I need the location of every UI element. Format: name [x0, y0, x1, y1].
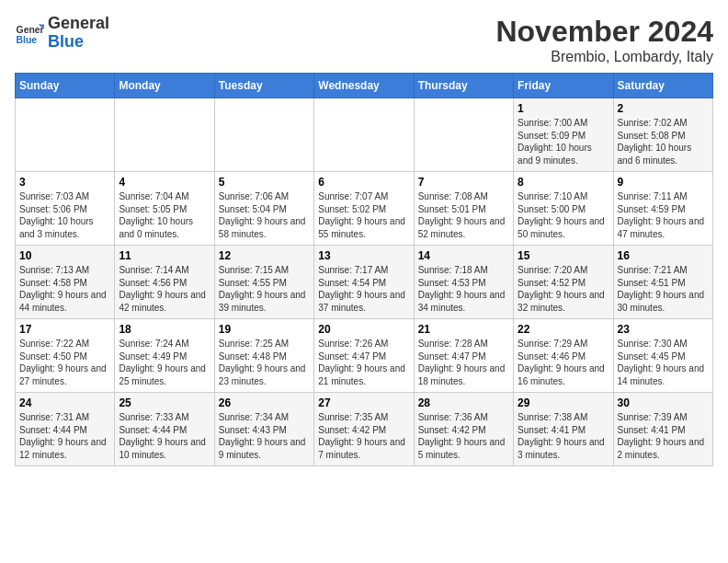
day-number: 9 — [618, 176, 709, 189]
day-info: Sunrise: 7:39 AM Sunset: 4:41 PM Dayligh… — [618, 411, 709, 461]
calendar-cell: 8Sunrise: 7:10 AM Sunset: 5:00 PM Daylig… — [514, 172, 613, 246]
day-info: Sunrise: 7:25 AM Sunset: 4:48 PM Dayligh… — [219, 338, 310, 387]
calendar-cell: 24Sunrise: 7:31 AM Sunset: 4:44 PM Dayli… — [16, 393, 115, 466]
calendar-cell: 27Sunrise: 7:35 AM Sunset: 4:42 PM Dayli… — [314, 393, 414, 466]
calendar-cell: 13Sunrise: 7:17 AM Sunset: 4:54 PM Dayli… — [314, 246, 414, 319]
calendar-cell: 15Sunrise: 7:20 AM Sunset: 4:52 PM Dayli… — [514, 246, 613, 319]
month-title: November 2024 — [495, 15, 713, 49]
calendar-cell: 4Sunrise: 7:04 AM Sunset: 5:05 PM Daylig… — [115, 172, 214, 246]
day-number: 6 — [318, 176, 409, 189]
svg-text:General: General — [17, 25, 44, 35]
day-info: Sunrise: 7:03 AM Sunset: 5:06 PM Dayligh… — [19, 190, 110, 240]
day-number: 1 — [518, 102, 609, 115]
day-info: Sunrise: 7:28 AM Sunset: 4:47 PM Dayligh… — [418, 338, 509, 387]
logo-icon: General Blue — [15, 18, 44, 48]
day-info: Sunrise: 7:33 AM Sunset: 4:44 PM Dayligh… — [119, 411, 210, 461]
weekday-header-wednesday: Wednesday — [314, 74, 414, 98]
day-number: 4 — [119, 176, 210, 189]
day-number: 13 — [318, 249, 409, 262]
day-number: 27 — [318, 396, 409, 409]
weekday-header-tuesday: Tuesday — [214, 74, 313, 98]
day-number: 10 — [19, 249, 110, 262]
day-number: 7 — [418, 176, 509, 189]
day-info: Sunrise: 7:00 AM Sunset: 5:09 PM Dayligh… — [518, 117, 609, 167]
day-info: Sunrise: 7:35 AM Sunset: 4:42 PM Dayligh… — [318, 411, 409, 461]
calendar-cell: 11Sunrise: 7:14 AM Sunset: 4:56 PM Dayli… — [115, 246, 214, 319]
calendar-cell: 10Sunrise: 7:13 AM Sunset: 4:58 PM Dayli… — [16, 246, 115, 319]
day-info: Sunrise: 7:18 AM Sunset: 4:53 PM Dayligh… — [418, 264, 509, 314]
day-info: Sunrise: 7:13 AM Sunset: 4:58 PM Dayligh… — [19, 264, 110, 314]
calendar-cell: 22Sunrise: 7:29 AM Sunset: 4:46 PM Dayli… — [514, 319, 613, 393]
weekday-header-friday: Friday — [514, 74, 613, 98]
day-number: 29 — [518, 396, 609, 409]
calendar-week-row: 10Sunrise: 7:13 AM Sunset: 4:58 PM Dayli… — [16, 246, 713, 319]
calendar-week-row: 3Sunrise: 7:03 AM Sunset: 5:06 PM Daylig… — [16, 172, 713, 246]
calendar-cell: 16Sunrise: 7:21 AM Sunset: 4:51 PM Dayli… — [613, 246, 712, 319]
day-number: 11 — [119, 249, 210, 262]
day-number: 3 — [19, 176, 110, 189]
day-info: Sunrise: 7:20 AM Sunset: 4:52 PM Dayligh… — [518, 264, 609, 314]
day-info: Sunrise: 7:10 AM Sunset: 5:00 PM Dayligh… — [518, 190, 609, 240]
day-info: Sunrise: 7:02 AM Sunset: 5:08 PM Dayligh… — [618, 117, 709, 167]
calendar-cell: 7Sunrise: 7:08 AM Sunset: 5:01 PM Daylig… — [414, 172, 513, 246]
day-info: Sunrise: 7:06 AM Sunset: 5:04 PM Dayligh… — [219, 190, 310, 240]
calendar-cell — [16, 98, 115, 172]
calendar-cell — [115, 98, 214, 172]
calendar-cell: 9Sunrise: 7:11 AM Sunset: 4:59 PM Daylig… — [613, 172, 712, 246]
calendar-cell: 28Sunrise: 7:36 AM Sunset: 4:42 PM Dayli… — [414, 393, 513, 466]
day-number: 17 — [19, 323, 110, 336]
calendar-cell — [214, 98, 313, 172]
weekday-header-sunday: Sunday — [16, 74, 115, 98]
day-info: Sunrise: 7:07 AM Sunset: 5:02 PM Dayligh… — [318, 190, 409, 240]
day-number: 12 — [219, 249, 310, 262]
calendar-cell: 18Sunrise: 7:24 AM Sunset: 4:49 PM Dayli… — [115, 319, 214, 393]
calendar-cell: 5Sunrise: 7:06 AM Sunset: 5:04 PM Daylig… — [214, 172, 313, 246]
day-number: 22 — [518, 323, 609, 336]
day-info: Sunrise: 7:36 AM Sunset: 4:42 PM Dayligh… — [418, 411, 509, 461]
day-number: 24 — [19, 396, 110, 409]
day-info: Sunrise: 7:30 AM Sunset: 4:45 PM Dayligh… — [618, 338, 709, 387]
weekday-header-monday: Monday — [115, 74, 214, 98]
title-area: November 2024 Brembio, Lombardy, Italy — [495, 15, 713, 65]
calendar-week-row: 24Sunrise: 7:31 AM Sunset: 4:44 PM Dayli… — [16, 393, 713, 466]
calendar-cell: 14Sunrise: 7:18 AM Sunset: 4:53 PM Dayli… — [414, 246, 513, 319]
calendar-cell: 2Sunrise: 7:02 AM Sunset: 5:08 PM Daylig… — [613, 98, 712, 172]
calendar-cell: 26Sunrise: 7:34 AM Sunset: 4:43 PM Dayli… — [214, 393, 313, 466]
day-info: Sunrise: 7:31 AM Sunset: 4:44 PM Dayligh… — [19, 411, 110, 461]
header: General Blue General Blue November 2024 … — [15, 15, 713, 65]
calendar-cell — [414, 98, 513, 172]
calendar-table: SundayMondayTuesdayWednesdayThursdayFrid… — [15, 73, 713, 466]
day-number: 16 — [618, 249, 709, 262]
weekday-header-thursday: Thursday — [414, 74, 513, 98]
logo-text: General Blue — [48, 15, 109, 52]
calendar-cell — [314, 98, 414, 172]
calendar-cell: 19Sunrise: 7:25 AM Sunset: 4:48 PM Dayli… — [214, 319, 313, 393]
logo: General Blue General Blue — [15, 15, 109, 52]
calendar-cell: 29Sunrise: 7:38 AM Sunset: 4:41 PM Dayli… — [514, 393, 613, 466]
calendar-week-row: 17Sunrise: 7:22 AM Sunset: 4:50 PM Dayli… — [16, 319, 713, 393]
day-number: 28 — [418, 396, 509, 409]
calendar-cell: 3Sunrise: 7:03 AM Sunset: 5:06 PM Daylig… — [16, 172, 115, 246]
day-number: 20 — [318, 323, 409, 336]
day-number: 30 — [618, 396, 709, 409]
day-info: Sunrise: 7:29 AM Sunset: 4:46 PM Dayligh… — [518, 338, 609, 387]
weekday-header-row: SundayMondayTuesdayWednesdayThursdayFrid… — [16, 74, 713, 98]
day-number: 2 — [618, 102, 709, 115]
calendar-cell: 30Sunrise: 7:39 AM Sunset: 4:41 PM Dayli… — [613, 393, 712, 466]
day-info: Sunrise: 7:38 AM Sunset: 4:41 PM Dayligh… — [518, 411, 609, 461]
day-info: Sunrise: 7:22 AM Sunset: 4:50 PM Dayligh… — [19, 338, 110, 387]
calendar-cell: 1Sunrise: 7:00 AM Sunset: 5:09 PM Daylig… — [514, 98, 613, 172]
calendar-cell: 20Sunrise: 7:26 AM Sunset: 4:47 PM Dayli… — [314, 319, 414, 393]
day-number: 23 — [618, 323, 709, 336]
day-info: Sunrise: 7:04 AM Sunset: 5:05 PM Dayligh… — [119, 190, 210, 240]
day-info: Sunrise: 7:14 AM Sunset: 4:56 PM Dayligh… — [119, 264, 210, 314]
day-number: 14 — [418, 249, 509, 262]
calendar-cell: 23Sunrise: 7:30 AM Sunset: 4:45 PM Dayli… — [613, 319, 712, 393]
calendar-cell: 21Sunrise: 7:28 AM Sunset: 4:47 PM Dayli… — [414, 319, 513, 393]
day-number: 8 — [518, 176, 609, 189]
day-info: Sunrise: 7:08 AM Sunset: 5:01 PM Dayligh… — [418, 190, 509, 240]
day-info: Sunrise: 7:34 AM Sunset: 4:43 PM Dayligh… — [219, 411, 310, 461]
svg-text:Blue: Blue — [17, 35, 38, 45]
calendar-cell: 6Sunrise: 7:07 AM Sunset: 5:02 PM Daylig… — [314, 172, 414, 246]
day-number: 25 — [119, 396, 210, 409]
